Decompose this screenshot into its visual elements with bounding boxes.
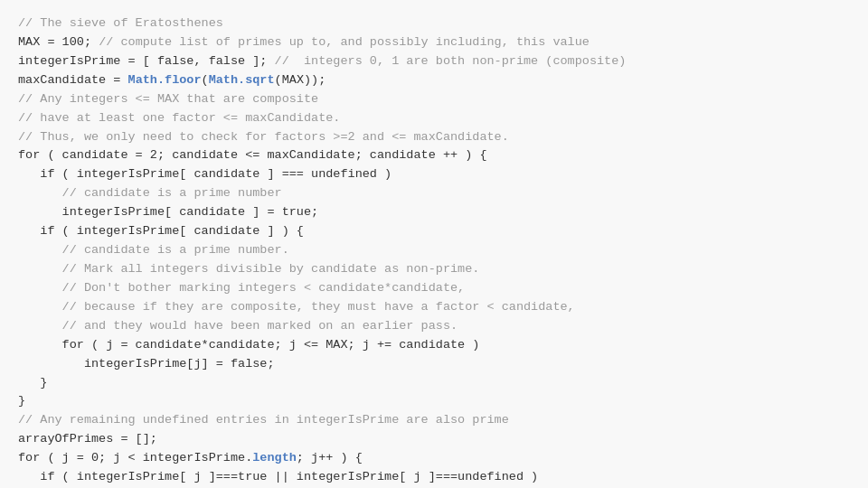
comment-line-6: // have at least one factor <= maxCandid…	[18, 111, 340, 125]
code-line-21: }	[18, 394, 25, 408]
code-line-25: if ( integerIsPrime[ j ]===true || integ…	[18, 470, 538, 483]
comment-line-5: // Any integers <= MAX that are composit…	[18, 92, 318, 106]
code-line-20: }	[18, 376, 47, 389]
code-line-18: for ( j = candidate*candidate; j <= MAX;…	[18, 338, 479, 352]
code-block: // The sieve of Eratosthenes MAX = 100; …	[18, 14, 850, 488]
code-line-9: if ( integerIsPrime[ candidate ] === und…	[18, 167, 392, 181]
code-container: // The sieve of Eratosthenes MAX = 100; …	[0, 0, 868, 488]
comment-line-15: // Don't bother marking integers < candi…	[18, 281, 465, 295]
comment-line-22: // Any remaining undefined entries in in…	[18, 413, 509, 427]
comment-line-17: // and they would have been marked on an…	[18, 319, 458, 333]
comment-line-13: // candidate is a prime number.	[18, 243, 289, 257]
code-line-24: for ( j = 0; j < integerIsPrime.length; …	[18, 451, 363, 465]
code-line-11: integerIsPrime[ candidate ] = true;	[18, 205, 318, 219]
code-line-2: MAX = 100; // compute list of primes up …	[18, 35, 590, 49]
code-line-19: integerIsPrime[j] = false;	[18, 357, 275, 371]
comment-line-7: // Thus, we only need to check for facto…	[18, 130, 509, 144]
code-line-3: integerIsPrime = [ false, false ]; // in…	[18, 54, 626, 68]
code-line-12: if ( integerIsPrime[ candidate ] ) {	[18, 224, 304, 238]
comment-line-1: // The sieve of Eratosthenes	[18, 16, 223, 30]
code-line-23: arrayOfPrimes = [];	[18, 432, 157, 446]
comment-line-10: // candidate is a prime number	[18, 186, 282, 200]
comment-line-16: // because if they are composite, they m…	[18, 300, 575, 314]
comment-line-14: // Mark all integers divisible by candid…	[18, 262, 479, 276]
code-line-4: maxCandidate = Math.floor(Math.sqrt(MAX)…	[18, 73, 326, 87]
code-line-8: for ( candidate = 2; candidate <= maxCan…	[18, 148, 486, 162]
